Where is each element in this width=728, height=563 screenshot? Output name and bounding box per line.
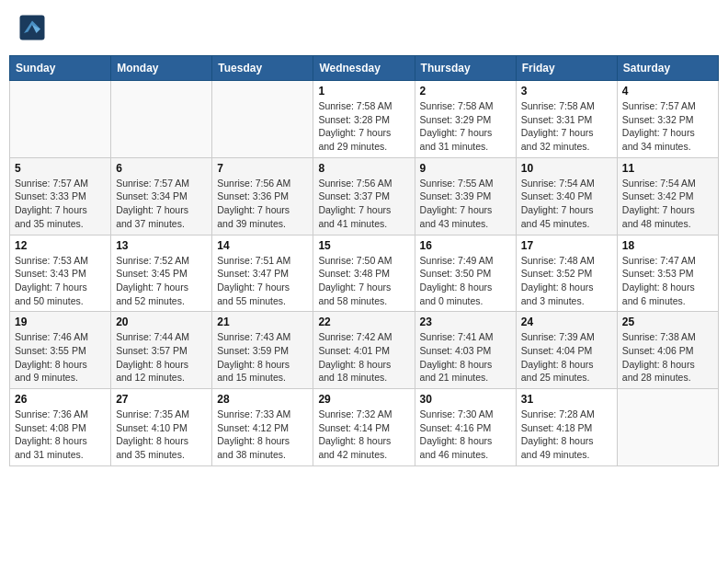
day-info: Sunrise: 7:50 AM Sunset: 3:48 PM Dayligh…	[318, 254, 409, 308]
day-info: Sunrise: 7:57 AM Sunset: 3:33 PM Dayligh…	[15, 177, 106, 231]
calendar-cell: 19Sunrise: 7:46 AM Sunset: 3:55 PM Dayli…	[10, 312, 111, 389]
day-info: Sunrise: 7:56 AM Sunset: 3:37 PM Dayligh…	[318, 177, 409, 231]
day-number: 24	[521, 316, 612, 328]
calendar-cell: 14Sunrise: 7:51 AM Sunset: 3:47 PM Dayli…	[212, 235, 313, 312]
calendar-cell: 8Sunrise: 7:56 AM Sunset: 3:37 PM Daylig…	[313, 157, 415, 235]
calendar-cell: 28Sunrise: 7:33 AM Sunset: 4:12 PM Dayli…	[212, 389, 313, 466]
day-info: Sunrise: 7:53 AM Sunset: 3:43 PM Dayligh…	[15, 254, 106, 308]
day-number: 11	[622, 162, 713, 175]
day-info: Sunrise: 7:49 AM Sunset: 3:50 PM Dayligh…	[420, 254, 511, 308]
calendar-cell: 22Sunrise: 7:42 AM Sunset: 4:01 PM Dayli…	[313, 312, 415, 389]
calendar-week-3: 12Sunrise: 7:53 AM Sunset: 3:43 PM Dayli…	[10, 235, 719, 312]
day-info: Sunrise: 7:38 AM Sunset: 4:06 PM Dayligh…	[622, 330, 713, 385]
day-number: 22	[318, 316, 409, 328]
day-number: 20	[116, 316, 207, 328]
day-number: 6	[116, 162, 207, 175]
day-info: Sunrise: 7:55 AM Sunset: 3:39 PM Dayligh…	[420, 177, 511, 231]
day-info: Sunrise: 7:47 AM Sunset: 3:53 PM Dayligh…	[622, 254, 713, 308]
day-info: Sunrise: 7:58 AM Sunset: 3:31 PM Dayligh…	[521, 99, 612, 154]
day-number: 7	[217, 162, 308, 175]
calendar-cell: 20Sunrise: 7:44 AM Sunset: 3:57 PM Dayli…	[111, 312, 212, 389]
day-number: 15	[318, 239, 409, 252]
calendar-cell: 13Sunrise: 7:52 AM Sunset: 3:45 PM Dayli…	[111, 235, 212, 312]
calendar-cell: 27Sunrise: 7:35 AM Sunset: 4:10 PM Dayli…	[111, 389, 212, 466]
day-number: 30	[420, 393, 511, 406]
day-number: 29	[318, 393, 409, 406]
day-info: Sunrise: 7:51 AM Sunset: 3:47 PM Dayligh…	[217, 254, 308, 308]
day-number: 1	[318, 85, 409, 98]
day-number: 18	[622, 239, 713, 252]
calendar-cell: 9Sunrise: 7:55 AM Sunset: 3:39 PM Daylig…	[415, 157, 516, 235]
calendar-cell: 2Sunrise: 7:58 AM Sunset: 3:29 PM Daylig…	[415, 81, 516, 158]
calendar-cell: 23Sunrise: 7:41 AM Sunset: 4:03 PM Dayli…	[415, 312, 516, 389]
day-number: 31	[521, 393, 612, 406]
day-info: Sunrise: 7:39 AM Sunset: 4:04 PM Dayligh…	[521, 330, 612, 385]
calendar-cell: 12Sunrise: 7:53 AM Sunset: 3:43 PM Dayli…	[10, 235, 111, 312]
weekday-header-saturday: Saturday	[617, 56, 718, 81]
day-number: 17	[521, 239, 612, 252]
logo-icon	[18, 14, 46, 41]
calendar-header-row: SundayMondayTuesdayWednesdayThursdayFrid…	[10, 56, 719, 81]
day-info: Sunrise: 7:57 AM Sunset: 3:32 PM Dayligh…	[622, 99, 713, 154]
calendar-cell	[617, 389, 718, 466]
calendar-cell	[212, 81, 313, 158]
day-info: Sunrise: 7:58 AM Sunset: 3:28 PM Dayligh…	[318, 99, 409, 154]
day-number: 16	[420, 239, 511, 252]
calendar-cell: 15Sunrise: 7:50 AM Sunset: 3:48 PM Dayli…	[313, 235, 415, 312]
day-info: Sunrise: 7:30 AM Sunset: 4:16 PM Dayligh…	[420, 408, 511, 462]
svg-rect-0	[20, 16, 45, 40]
day-info: Sunrise: 7:54 AM Sunset: 3:42 PM Dayligh…	[622, 177, 713, 231]
calendar-cell: 29Sunrise: 7:32 AM Sunset: 4:14 PM Dayli…	[313, 389, 415, 466]
weekday-header-sunday: Sunday	[10, 56, 111, 81]
calendar-cell: 21Sunrise: 7:43 AM Sunset: 3:59 PM Dayli…	[212, 312, 313, 389]
calendar-cell: 4Sunrise: 7:57 AM Sunset: 3:32 PM Daylig…	[617, 81, 718, 158]
day-info: Sunrise: 7:46 AM Sunset: 3:55 PM Dayligh…	[15, 330, 106, 385]
day-number: 12	[15, 239, 106, 252]
day-number: 5	[15, 162, 106, 175]
calendar-week-2: 5Sunrise: 7:57 AM Sunset: 3:33 PM Daylig…	[10, 157, 719, 235]
calendar-cell: 11Sunrise: 7:54 AM Sunset: 3:42 PM Dayli…	[617, 157, 718, 235]
calendar-cell: 5Sunrise: 7:57 AM Sunset: 3:33 PM Daylig…	[10, 157, 111, 235]
weekday-header-thursday: Thursday	[415, 56, 516, 81]
calendar-cell: 18Sunrise: 7:47 AM Sunset: 3:53 PM Dayli…	[617, 235, 718, 312]
calendar-cell: 31Sunrise: 7:28 AM Sunset: 4:18 PM Dayli…	[516, 389, 617, 466]
day-number: 13	[116, 239, 207, 252]
day-number: 10	[521, 162, 612, 175]
calendar-cell: 16Sunrise: 7:49 AM Sunset: 3:50 PM Dayli…	[415, 235, 516, 312]
day-info: Sunrise: 7:28 AM Sunset: 4:18 PM Dayligh…	[521, 408, 612, 462]
day-info: Sunrise: 7:33 AM Sunset: 4:12 PM Dayligh…	[217, 408, 308, 462]
calendar-cell: 7Sunrise: 7:56 AM Sunset: 3:36 PM Daylig…	[212, 157, 313, 235]
day-number: 3	[521, 85, 612, 98]
weekday-header-monday: Monday	[111, 56, 212, 81]
calendar-week-4: 19Sunrise: 7:46 AM Sunset: 3:55 PM Dayli…	[10, 312, 719, 389]
calendar-week-5: 26Sunrise: 7:36 AM Sunset: 4:08 PM Dayli…	[10, 389, 719, 466]
calendar-cell: 30Sunrise: 7:30 AM Sunset: 4:16 PM Dayli…	[415, 389, 516, 466]
logo	[18, 14, 50, 41]
day-info: Sunrise: 7:56 AM Sunset: 3:36 PM Dayligh…	[217, 177, 308, 231]
day-number: 2	[420, 85, 511, 98]
day-number: 26	[15, 393, 106, 406]
calendar-week-1: 1Sunrise: 7:58 AM Sunset: 3:28 PM Daylig…	[10, 81, 719, 158]
calendar-cell: 17Sunrise: 7:48 AM Sunset: 3:52 PM Dayli…	[516, 235, 617, 312]
day-info: Sunrise: 7:36 AM Sunset: 4:08 PM Dayligh…	[15, 408, 106, 462]
calendar-cell: 25Sunrise: 7:38 AM Sunset: 4:06 PM Dayli…	[617, 312, 718, 389]
day-number: 28	[217, 393, 308, 406]
day-info: Sunrise: 7:54 AM Sunset: 3:40 PM Dayligh…	[521, 177, 612, 231]
calendar-cell: 24Sunrise: 7:39 AM Sunset: 4:04 PM Dayli…	[516, 312, 617, 389]
day-number: 9	[420, 162, 511, 175]
calendar-cell: 3Sunrise: 7:58 AM Sunset: 3:31 PM Daylig…	[516, 81, 617, 158]
day-number: 23	[420, 316, 511, 328]
day-info: Sunrise: 7:43 AM Sunset: 3:59 PM Dayligh…	[217, 330, 308, 385]
day-info: Sunrise: 7:35 AM Sunset: 4:10 PM Dayligh…	[116, 408, 207, 462]
day-info: Sunrise: 7:41 AM Sunset: 4:03 PM Dayligh…	[420, 330, 511, 385]
day-info: Sunrise: 7:42 AM Sunset: 4:01 PM Dayligh…	[318, 330, 409, 385]
weekday-header-wednesday: Wednesday	[313, 56, 415, 81]
weekday-header-friday: Friday	[516, 56, 617, 81]
day-number: 25	[622, 316, 713, 328]
day-info: Sunrise: 7:44 AM Sunset: 3:57 PM Dayligh…	[116, 330, 207, 385]
day-number: 14	[217, 239, 308, 252]
day-number: 4	[622, 85, 713, 98]
calendar-cell: 26Sunrise: 7:36 AM Sunset: 4:08 PM Dayli…	[10, 389, 111, 466]
day-number: 21	[217, 316, 308, 328]
calendar-table: SundayMondayTuesdayWednesdayThursdayFrid…	[9, 55, 719, 466]
